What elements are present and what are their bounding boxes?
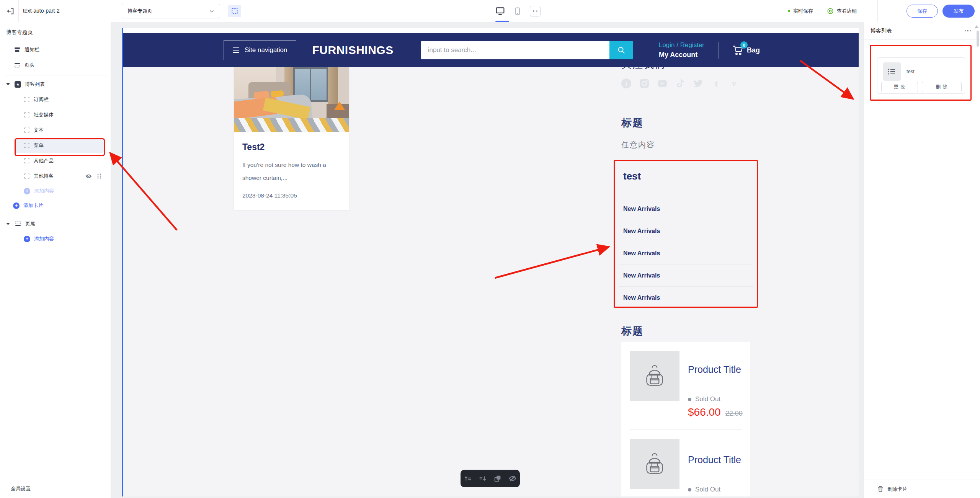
fit-width-button[interactable] (530, 6, 541, 16)
menu-link-label: New Arrivals (623, 206, 660, 212)
desktop-preview-button[interactable] (495, 6, 505, 16)
status-label: Sold Out (695, 486, 720, 493)
trash-icon (877, 486, 884, 492)
menu-link[interactable]: New Arrivals (619, 287, 753, 309)
section-brackets-icon (24, 127, 30, 133)
add-card-button[interactable]: + 添加卡片 (3, 198, 108, 213)
menu-link[interactable]: New Arrivals (619, 198, 753, 220)
active-device-underline (495, 21, 509, 22)
status-dot-icon (688, 398, 691, 401)
sidebar-item-social-media[interactable]: 社交媒体 (3, 107, 108, 122)
vimeo-icon[interactable]: v (729, 78, 739, 88)
blog-post-card[interactable]: Test2 If you’re not sure how to wash a s… (234, 67, 349, 210)
menu-thumb (883, 62, 901, 81)
page-type-select[interactable]: 博客专题页 (122, 4, 220, 18)
account-links: Login / Register My Account (659, 40, 704, 60)
list-icon (887, 67, 897, 77)
hide-section-icon[interactable] (508, 474, 517, 483)
sidebar-page-title: 博客专题页 (0, 22, 111, 42)
menu-block-heading: test (623, 170, 641, 182)
settings-panel-header: 博客列表 (864, 22, 980, 40)
mobile-preview-button[interactable] (512, 6, 523, 16)
product-status: Sold Out (688, 486, 720, 493)
change-button[interactable]: 更 改 (881, 82, 918, 92)
caret-down-icon[interactable] (6, 83, 10, 85)
instagram-icon[interactable] (639, 78, 649, 88)
sidebar-item-text[interactable]: 文本 (3, 122, 108, 138)
delete-button[interactable]: 删 除 (922, 82, 962, 92)
sidebar-item-label: 菜单 (34, 142, 44, 149)
sidebar-item-other-blogs[interactable]: 其他博客 (3, 168, 108, 184)
view-store-link[interactable]: 查看店铺 (827, 0, 857, 22)
my-account-link[interactable]: My Account (659, 50, 704, 60)
text-block-body: 任意内容 (621, 140, 655, 150)
scrollbar-up-icon[interactable] (975, 25, 978, 28)
sidebar-item-subscribe-bar[interactable]: 订阅栏 (3, 92, 108, 107)
global-settings-button[interactable]: 全局设置 (0, 479, 111, 498)
product-title[interactable]: Product Title (688, 364, 741, 375)
product-image-placeholder[interactable] (630, 351, 679, 401)
device-preview-toggles (495, 0, 541, 22)
menu-link[interactable]: New Arrivals (619, 265, 753, 287)
publish-button[interactable]: 发布 (942, 5, 975, 18)
save-button[interactable]: 保存 (906, 5, 938, 18)
autosave-dot-icon (788, 10, 790, 12)
product-row: Product Title Sold Out (630, 430, 742, 496)
youtube-icon[interactable] (657, 78, 667, 88)
delete-card-button[interactable]: 删除卡片 (864, 480, 980, 498)
sidebar-item-other-products[interactable]: 其他产品 (3, 153, 108, 168)
site-navigation-button[interactable]: Site navigation (224, 40, 296, 60)
social-icons-row: f t v (621, 78, 739, 88)
layers-sidebar: 博客专题页 通知栏 页头 ★ 博客列表 订阅栏 社交媒体 文本 菜单 其他产品 … (0, 22, 111, 498)
search-button[interactable] (609, 41, 633, 59)
autosave-label: 实时保存 (793, 8, 813, 15)
price-compare: 22.00 (725, 410, 743, 418)
backpack-icon (640, 361, 670, 391)
visibility-eye-icon[interactable] (85, 173, 92, 180)
settings-panel: 博客列表 test 更 改 删 除 删除卡片 (863, 22, 980, 498)
store-logo[interactable]: FURNISHINGS (312, 44, 394, 57)
facebook-icon[interactable]: f (621, 78, 631, 88)
tiktok-icon[interactable] (675, 78, 685, 88)
editor-canvas: Site navigation FURNISHINGS Login / Regi… (111, 22, 863, 498)
footer-section-icon (15, 220, 21, 227)
more-options-icon[interactable] (962, 28, 973, 34)
add-content-button-disabled[interactable]: + 添加内容 (3, 183, 108, 199)
scrollbar-thumb[interactable] (977, 31, 979, 47)
blog-post-title[interactable]: Test2 (242, 142, 340, 152)
bag-button[interactable]: 0 Bag (732, 45, 760, 56)
search-input[interactable] (421, 41, 609, 59)
autosave-status: 实时保存 (788, 0, 813, 22)
marquee-select-button[interactable] (228, 5, 241, 17)
exit-editor-icon[interactable] (5, 5, 16, 17)
menu-links: New Arrivals New Arrivals New Arrivals N… (619, 198, 753, 309)
twitter-icon[interactable] (693, 78, 703, 88)
move-down-icon[interactable] (479, 474, 487, 483)
login-register-link[interactable]: Login / Register (659, 40, 704, 50)
sidebar-item-notice-bar[interactable]: 通知栏 (3, 42, 108, 57)
tumblr-icon[interactable]: t (711, 78, 721, 88)
caret-down-icon[interactable] (6, 223, 10, 225)
add-content-label: 添加内容 (34, 188, 54, 194)
menu-link[interactable]: New Arrivals (619, 220, 753, 242)
sidebar-item-footer[interactable]: 页尾 (3, 216, 108, 232)
product-title[interactable]: Product Title (688, 454, 741, 465)
product-row: Product Title Sold Out $66.00 22.00 (630, 342, 742, 430)
sidebar-item-header[interactable]: 页头 (3, 57, 108, 73)
sidebar-item-blog-list[interactable]: ★ 博客列表 (3, 77, 108, 92)
drag-handle-icon[interactable] (97, 173, 101, 179)
blog-post-date: 2023-08-24 11:35:05 (242, 192, 340, 199)
menu-link[interactable]: New Arrivals (619, 242, 753, 265)
products-block-heading: 标题 (621, 324, 644, 338)
footer-add-content-button[interactable]: + 添加内容 (3, 231, 108, 247)
blog-post-image[interactable] (234, 67, 349, 132)
topbar-divider (877, 0, 878, 22)
sidebar-item-label: 博客列表 (25, 81, 45, 88)
sidebar-item-label: 其他产品 (34, 157, 54, 164)
navbar-divider (718, 42, 719, 59)
product-image-placeholder[interactable] (630, 439, 679, 489)
sidebar-item-menu[interactable]: 菜单 (15, 138, 104, 153)
duplicate-icon[interactable] (493, 474, 502, 483)
move-up-icon[interactable] (464, 474, 472, 483)
menu-setting-card: test 更 改 删 除 (877, 57, 965, 94)
